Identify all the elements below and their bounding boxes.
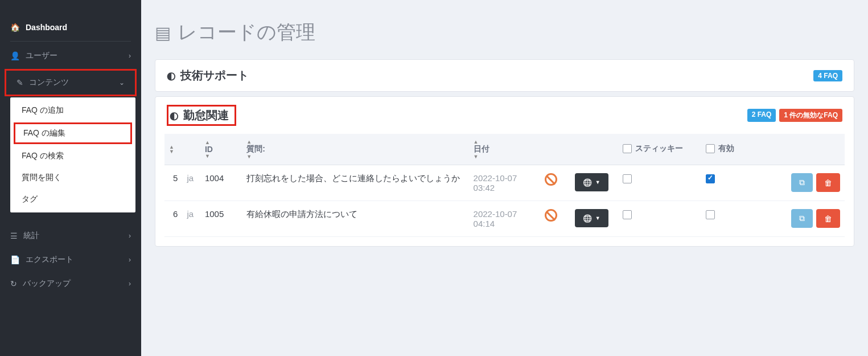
expand-icon[interactable]: ◐: [167, 69, 176, 82]
sticky-all-checkbox[interactable]: [623, 144, 632, 153]
row-question[interactable]: 打刻忘れをした場合、どこに連絡したらよいでしょうか: [242, 165, 468, 201]
chevron-down-icon: ⌄: [119, 79, 125, 87]
delete-button[interactable]: 🗑: [816, 173, 840, 192]
page-title: ▤ レコードの管理: [155, 19, 854, 46]
enabled-checkbox[interactable]: [706, 174, 715, 183]
copy-button[interactable]: ⧉: [791, 209, 813, 228]
row-id: 1005: [200, 201, 242, 237]
faq-count-badge: 4 FAQ: [813, 70, 842, 81]
sort-icon[interactable]: ▲: [205, 140, 237, 145]
copy-icon: ⧉: [799, 178, 805, 187]
copy-button[interactable]: ⧉: [791, 173, 813, 192]
table-row: 6 ja 1005 有給休暇の申請方法について 2022-10-07 04:14…: [164, 201, 845, 237]
edit-icon: ✎: [17, 78, 23, 87]
table-row: 5 ja 1004 打刻忘れをした場合、どこに連絡したらよいでしょうか 2022…: [164, 165, 845, 201]
sidebar-dashboard-label: Dashboard: [26, 23, 67, 32]
sort-icon[interactable]: ▲: [246, 140, 464, 144]
col-date[interactable]: 日付: [474, 144, 489, 153]
submenu-add-faq[interactable]: FAQ の追加: [10, 100, 135, 121]
sidebar-user-label: ユーザー: [26, 51, 57, 61]
submenu-search-faq[interactable]: FAQ の検索: [10, 145, 135, 167]
sticky-checkbox[interactable]: [623, 174, 632, 183]
dashboard-icon: 🏠: [10, 23, 20, 32]
contents-submenu: FAQ の追加 FAQ の編集 FAQ の検索 質問を開く タグ: [10, 97, 135, 212]
sidebar-item-contents[interactable]: ✎コンテンツ ⌄: [6, 71, 135, 95]
chevron-right-icon: ›: [129, 256, 131, 264]
sort-icon[interactable]: ▲▼: [169, 145, 178, 154]
col-id[interactable]: ID: [205, 145, 213, 154]
chevron-right-icon: ›: [129, 52, 131, 60]
submenu-tag[interactable]: タグ: [10, 189, 135, 210]
list-icon: ☰: [10, 231, 18, 240]
globe-dropdown-button[interactable]: ▼: [575, 173, 608, 191]
faq-count-badge: 2 FAQ: [747, 109, 776, 122]
delete-button[interactable]: 🗑: [816, 209, 840, 228]
enabled-checkbox[interactable]: [706, 210, 715, 219]
globe-dropdown-button[interactable]: ▼: [575, 209, 608, 227]
trash-icon: 🗑: [824, 178, 832, 187]
globe-icon: [583, 178, 592, 187]
row-lang: ja: [182, 165, 200, 201]
sort-icon[interactable]: ▲: [474, 140, 536, 144]
col-enabled: 有効: [718, 144, 734, 154]
user-icon: 👤: [10, 51, 20, 60]
sidebar-item-export[interactable]: 📄エクスポート ›: [0, 248, 141, 272]
row-number: 5: [164, 165, 182, 201]
globe-icon: [583, 214, 592, 223]
submenu-open-question[interactable]: 質問を開く: [10, 167, 135, 189]
row-id: 1004: [200, 165, 242, 201]
sync-icon: ↻: [10, 279, 17, 288]
row-question[interactable]: 有給休暇の申請方法について: [242, 201, 468, 237]
col-sticky: スティッキー: [635, 144, 683, 154]
row-number: 6: [164, 201, 182, 237]
sticky-checkbox[interactable]: [623, 210, 632, 219]
chevron-right-icon: ›: [129, 280, 131, 288]
caret-down-icon: ▼: [595, 215, 600, 221]
sidebar-item-stats[interactable]: ☰統計 ›: [0, 224, 141, 248]
forbidden-icon: [545, 209, 557, 222]
col-question[interactable]: 質問:: [246, 144, 265, 153]
card-list-icon: ▤: [155, 23, 171, 43]
enabled-all-checkbox[interactable]: [706, 144, 715, 153]
page-title-text: レコードの管理: [178, 19, 315, 46]
sidebar-stats-label: 統計: [23, 231, 39, 241]
sidebar-dashboard[interactable]: 🏠Dashboard: [0, 16, 141, 39]
trash-icon: 🗑: [824, 214, 832, 223]
expand-icon[interactable]: ◐: [170, 109, 179, 122]
section-title[interactable]: 勤怠関連: [183, 108, 229, 123]
copy-icon: ⧉: [799, 214, 805, 223]
row-lang: ja: [182, 201, 200, 237]
divider: [10, 41, 131, 42]
row-date: 2022-10-07 04:14: [469, 201, 541, 237]
section-title[interactable]: 技術サポート: [180, 68, 249, 83]
caret-down-icon: ▼: [595, 179, 600, 185]
forbidden-icon: [545, 173, 557, 186]
file-icon: 📄: [10, 255, 20, 264]
sidebar-contents-label: コンテンツ: [29, 77, 69, 88]
submenu-edit-faq[interactable]: FAQ の編集: [14, 122, 132, 144]
sidebar-backup-label: バックアップ: [23, 279, 71, 289]
sidebar-item-backup[interactable]: ↻バックアップ ›: [0, 272, 141, 296]
row-date: 2022-10-07 03:42: [469, 165, 541, 201]
chevron-right-icon: ›: [129, 232, 131, 240]
sidebar-export-label: エクスポート: [26, 255, 73, 265]
faq-invalid-badge: 1 件の無効なFAQ: [779, 109, 842, 122]
sidebar-item-user[interactable]: 👤ユーザー ›: [0, 44, 141, 68]
